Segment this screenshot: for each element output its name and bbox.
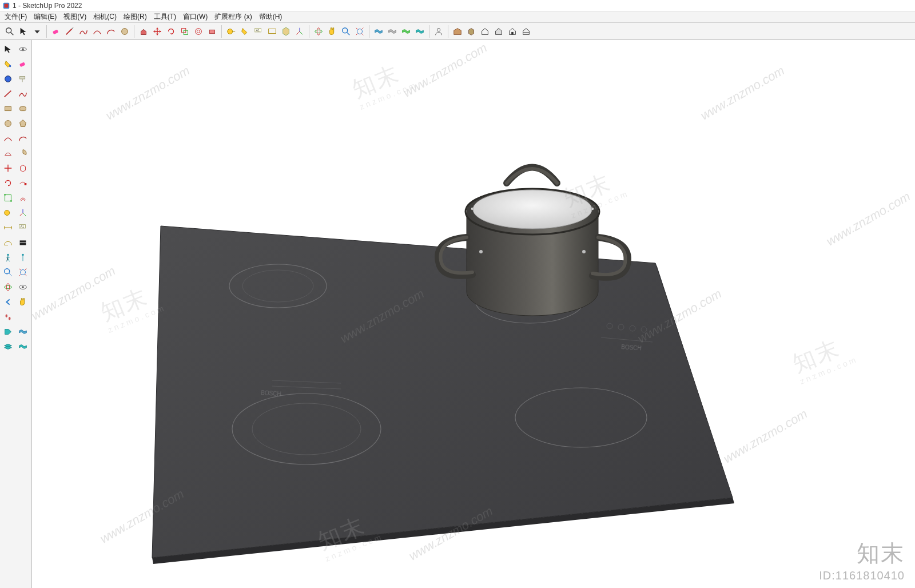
side-pie[interactable]: [16, 146, 30, 160]
svg-point-5: [122, 28, 128, 34]
side-prev[interactable]: [1, 295, 15, 309]
warehouse-tool[interactable]: [451, 25, 464, 38]
offset-tool[interactable]: [192, 25, 205, 38]
side-component[interactable]: [16, 161, 30, 175]
line-tool[interactable]: [63, 25, 76, 38]
layers-gray-tool[interactable]: [386, 25, 399, 38]
menu-camera[interactable]: 相机(C): [92, 12, 118, 22]
user-tool[interactable]: [432, 25, 445, 38]
side-followme[interactable]: [16, 176, 30, 190]
menu-draw[interactable]: 绘图(R): [122, 12, 148, 22]
side-dim[interactable]: [1, 221, 15, 235]
component-tool[interactable]: [465, 25, 478, 38]
svg-point-66: [6, 315, 8, 317]
scale-tool[interactable]: [178, 25, 191, 38]
circle-tool[interactable]: [118, 25, 131, 38]
menu-window[interactable]: 窗口(W): [182, 12, 209, 22]
side-roller[interactable]: [16, 72, 30, 86]
side-zoom[interactable]: [1, 265, 15, 279]
svg-point-20: [317, 27, 320, 35]
menu-view[interactable]: 视图(V): [62, 12, 87, 22]
side-walk[interactable]: [1, 251, 15, 264]
separator: [221, 25, 222, 38]
select-tool[interactable]: [17, 25, 30, 38]
side-scale[interactable]: [1, 191, 15, 205]
home3-tool[interactable]: [506, 25, 519, 38]
side-arc2[interactable]: [16, 132, 30, 145]
side-offset[interactable]: [16, 191, 30, 205]
menu-ext[interactable]: 扩展程序 (x): [213, 12, 253, 22]
layers-green-tool[interactable]: [400, 25, 412, 38]
layers-blue-tool[interactable]: [372, 25, 385, 38]
paint-tool[interactable]: [238, 25, 251, 38]
side-layers2[interactable]: [1, 340, 15, 353]
side-rotate[interactable]: [1, 176, 15, 190]
separator: [46, 25, 47, 38]
svg-point-19: [315, 30, 323, 33]
side-look[interactable]: [16, 251, 30, 264]
model-canvas[interactable]: BOSCH BOSCH: [32, 40, 915, 588]
side-orbit[interactable]: [16, 42, 30, 56]
home4-tool[interactable]: [520, 25, 532, 38]
side-tape[interactable]: [1, 206, 15, 220]
svg-rect-4: [53, 29, 58, 34]
freehand-tool[interactable]: [77, 25, 90, 38]
side-blank1: [16, 310, 30, 324]
text-tool[interactable]: A1: [252, 25, 265, 38]
dropdown-tool[interactable]: [31, 25, 43, 38]
viewport[interactable]: BOSCH BOSCH: [32, 40, 915, 588]
move-tool[interactable]: [151, 25, 164, 38]
side-footprints[interactable]: [1, 310, 15, 324]
side-move[interactable]: [1, 161, 15, 175]
side-select[interactable]: [1, 42, 15, 56]
side-eraser[interactable]: [16, 57, 30, 71]
menu-edit[interactable]: 编辑(E): [33, 12, 58, 22]
axes-tool[interactable]: [293, 25, 306, 38]
zoom-extents-tool[interactable]: [353, 25, 366, 38]
side-poly[interactable]: [16, 117, 30, 130]
side-rect[interactable]: [1, 102, 15, 116]
side-zoomext[interactable]: [16, 265, 30, 279]
section-tool[interactable]: [280, 25, 292, 38]
side-arc3[interactable]: [1, 146, 15, 160]
svg-point-67: [9, 317, 11, 320]
side-layers3[interactable]: [16, 340, 30, 353]
side-layers[interactable]: [16, 325, 30, 339]
side-axes[interactable]: [16, 206, 30, 220]
tape-tool[interactable]: [225, 25, 237, 38]
menu-file[interactable]: 文件(F): [3, 12, 28, 22]
layers-teal-tool[interactable]: [413, 25, 426, 38]
side-pan[interactable]: [16, 295, 30, 309]
orbit-tool[interactable]: [312, 25, 325, 38]
svg-rect-10: [210, 30, 215, 33]
pushpull-tool[interactable]: [137, 25, 150, 38]
side-paint[interactable]: [1, 57, 15, 71]
side-eye[interactable]: [16, 280, 30, 294]
side-orbit2[interactable]: [1, 280, 15, 294]
eraser-tool[interactable]: [50, 25, 62, 38]
side-solid[interactable]: [1, 72, 15, 86]
search-tool[interactable]: [3, 25, 16, 38]
side-circle[interactable]: [1, 117, 15, 130]
side-text[interactable]: A1: [16, 221, 30, 235]
home1-tool[interactable]: [479, 25, 491, 38]
side-arc1[interactable]: [1, 132, 15, 145]
side-protractor[interactable]: [1, 236, 15, 249]
pan-tool[interactable]: [326, 25, 339, 38]
side-tag[interactable]: [1, 325, 15, 339]
rotate-tool[interactable]: [165, 25, 177, 38]
menu-tools[interactable]: 工具(T): [153, 12, 177, 22]
menu-help[interactable]: 帮助(H): [258, 12, 284, 22]
arc-tool[interactable]: [91, 25, 104, 38]
arc2-tool[interactable]: [105, 25, 117, 38]
side-freehand[interactable]: [16, 87, 30, 101]
side-rrect[interactable]: [16, 102, 30, 116]
side-section[interactable]: [16, 236, 30, 249]
zoom-tool[interactable]: [340, 25, 352, 38]
followme-tool[interactable]: [206, 25, 218, 38]
side-line[interactable]: [1, 87, 15, 101]
svg-line-60: [9, 273, 11, 276]
dim-tool[interactable]: [266, 25, 279, 38]
home2-tool[interactable]: [492, 25, 505, 38]
svg-point-86: [582, 250, 586, 253]
